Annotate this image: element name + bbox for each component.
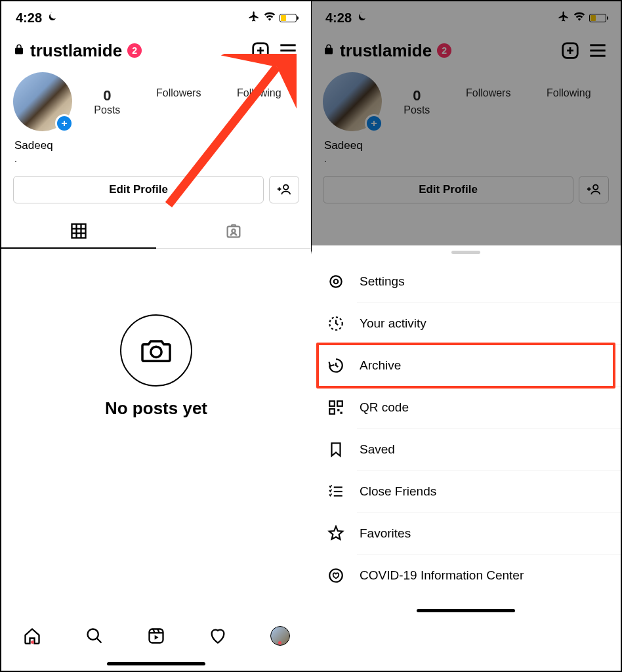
home-indicator[interactable] [107,662,205,665]
svg-point-48 [329,569,342,582]
menu-item-label: COVID-19 Information Center [360,568,524,583]
profile-stats-row: 0 Posts Followers Following [1,68,311,135]
create-post-button[interactable] [249,39,272,62]
username-label[interactable]: trustlamide [340,41,432,61]
airplane-mode-icon [248,10,260,25]
sheet-grabber[interactable] [451,251,480,254]
home-indicator[interactable] [417,609,515,612]
menu-item-label: Archive [360,358,401,373]
svg-point-8 [283,185,288,190]
profile-tabs [1,214,311,248]
menu-item-covid[interactable]: COVID-19 Information Center [311,555,621,597]
stat-following[interactable]: Following [547,87,591,116]
tab-tagged[interactable] [156,214,311,248]
nav-reels[interactable] [125,627,187,645]
bottom-navigation [1,616,311,656]
do-not-disturb-icon [46,10,58,26]
airplane-mode-icon [558,10,570,25]
edit-profile-button[interactable]: Edit Profile [13,176,264,203]
add-story-plus-icon[interactable] [55,114,73,133]
menu-bottom-sheet: Settings Your activity Archive QR code S… [311,245,621,671]
stat-posts[interactable]: 0Posts [404,87,430,116]
edit-profile-button[interactable]: Edit Profile [323,176,573,203]
menu-item-label: Saved [360,442,395,457]
nav-activity[interactable] [187,627,249,645]
star-icon [327,524,345,543]
svg-point-19 [87,629,98,640]
do-not-disturb-icon [356,10,367,26]
profile-top-bar: trustlamide 2 [311,30,621,68]
status-bar: 4:28 [311,1,621,30]
profile-top-bar: trustlamide 2 [1,30,311,68]
notification-badge: 2 [127,43,142,58]
nav-profile[interactable] [249,626,311,646]
menu-item-qrcode[interactable]: QR code [311,387,621,429]
nav-dot-icon [31,640,34,644]
phone-right: 4:28 trustlamide 2 0Pos [311,1,621,671]
svg-rect-41 [337,401,342,406]
nav-search[interactable] [63,627,125,645]
battery-icon [589,14,606,22]
wifi-icon [573,12,585,24]
menu-item-label: Close Friends [360,484,436,499]
nav-home[interactable] [1,627,63,645]
menu-item-favorites[interactable]: Favorites [311,513,621,555]
svg-rect-40 [329,401,335,406]
status-bar: 4:28 [1,1,311,30]
svg-rect-44 [341,412,342,414]
menu-item-label: Your activity [360,316,426,331]
close-friends-icon [327,482,345,501]
display-name: Sadeeq [1,135,311,154]
stat-followers[interactable]: Followers [156,87,201,116]
stat-followers[interactable]: Followers [466,87,510,116]
heart-circle-icon [327,566,345,585]
svg-rect-43 [337,409,339,411]
svg-point-17 [232,229,235,232]
menu-item-saved[interactable]: Saved [311,429,621,471]
wifi-icon [264,12,276,24]
no-posts-label: No posts yet [105,398,207,419]
notification-badge: 2 [437,43,451,58]
svg-point-37 [330,276,341,287]
status-time: 4:28 [16,10,42,26]
side-by-side-screenshots: 4:28 trustlamide 2 [0,0,622,672]
svg-point-18 [151,346,161,357]
menu-item-label: QR code [360,400,409,415]
tab-grid[interactable] [1,214,156,248]
svg-rect-11 [72,224,86,238]
svg-rect-16 [228,226,240,237]
stat-posts[interactable]: 0 Posts [94,87,120,116]
add-story-plus-icon[interactable] [365,114,383,133]
discover-people-button[interactable] [579,176,609,203]
battery-icon [280,14,297,22]
archive-icon [327,356,345,375]
hamburger-menu-button[interactable] [277,39,299,62]
profile-avatar[interactable] [323,72,382,131]
discover-people-button[interactable] [269,176,299,203]
svg-rect-42 [329,409,335,414]
menu-item-archive[interactable]: Archive [311,345,621,387]
hamburger-menu-button[interactable] [587,39,609,62]
lock-icon [323,43,335,58]
lock-icon [13,43,25,58]
svg-rect-21 [150,629,163,643]
svg-point-38 [334,280,339,284]
svg-point-34 [593,185,598,190]
username-label[interactable]: trustlamide [30,41,122,61]
activity-icon [327,314,345,333]
create-post-button[interactable] [559,39,581,62]
empty-state: No posts yet [1,249,311,616]
bookmark-icon [327,440,345,459]
status-time: 4:28 [325,10,352,26]
menu-item-activity[interactable]: Your activity [311,303,621,345]
camera-icon [120,314,192,387]
phone-left: 4:28 trustlamide 2 [1,1,311,671]
menu-item-close-friends[interactable]: Close Friends [311,471,621,513]
gear-icon [327,272,345,291]
menu-item-label: Settings [360,274,405,289]
qrcode-icon [327,398,345,417]
stat-following[interactable]: Following [237,87,281,116]
menu-item-label: Favorites [360,526,411,541]
profile-avatar[interactable] [13,72,72,131]
menu-item-settings[interactable]: Settings [311,261,621,303]
